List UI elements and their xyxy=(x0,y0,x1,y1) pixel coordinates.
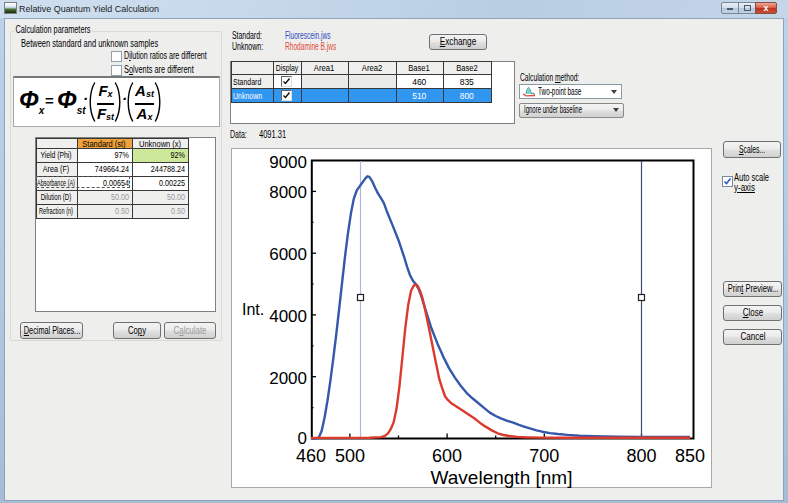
svg-text:6000: 6000 xyxy=(269,245,307,264)
svg-text:600: 600 xyxy=(432,446,462,466)
svg-text:4000: 4000 xyxy=(269,307,307,326)
svg-text:Wavelength [nm]: Wavelength [nm] xyxy=(431,467,573,488)
svg-text:Int.: Int. xyxy=(242,301,264,318)
svg-text:8000: 8000 xyxy=(269,183,307,202)
svg-text:500: 500 xyxy=(335,446,365,466)
svg-text:800: 800 xyxy=(626,446,656,466)
svg-text:850: 850 xyxy=(675,446,705,466)
svg-text:460: 460 xyxy=(296,446,326,466)
svg-text:9000: 9000 xyxy=(269,153,307,172)
svg-text:0: 0 xyxy=(298,429,307,448)
svg-text:2000: 2000 xyxy=(269,369,307,388)
svg-text:700: 700 xyxy=(529,446,559,466)
